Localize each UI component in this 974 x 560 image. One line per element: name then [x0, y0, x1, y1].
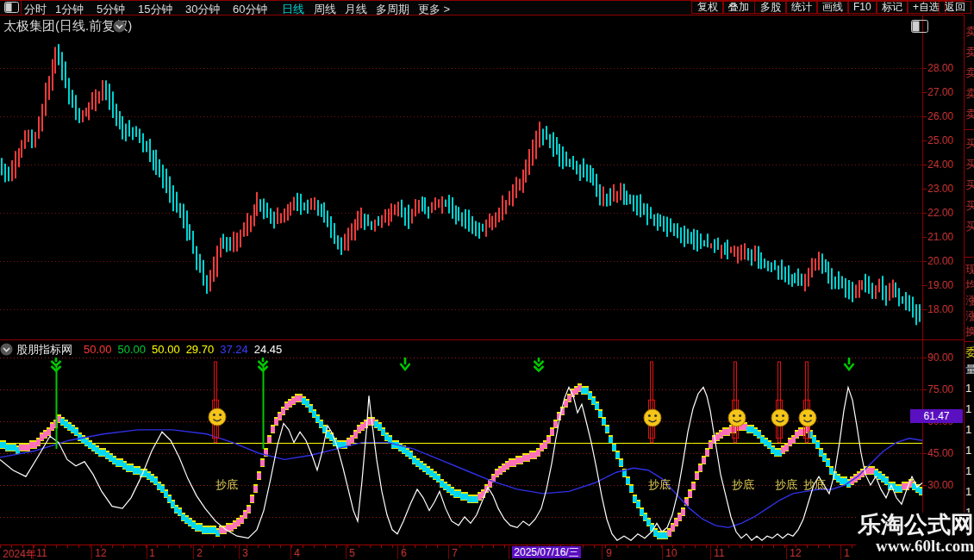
green-down-arrow-icon	[532, 357, 546, 373]
green-down-arrow-icon	[398, 357, 412, 373]
quote-strip-item: 买	[965, 157, 974, 172]
buy-signal-label: 抄底	[775, 477, 797, 493]
month-divider	[91, 545, 92, 559]
main-axis-tick	[922, 285, 927, 286]
quote-strip-item: 涨	[965, 293, 974, 308]
month-label: 9	[606, 547, 612, 559]
month-divider	[147, 545, 147, 559]
green-down-arrow-icon	[842, 357, 856, 373]
quote-strip-item: 1	[965, 464, 971, 477]
indicator-axis-tick	[922, 485, 927, 486]
panel-toggle-icon[interactable]	[911, 20, 928, 33]
quote-strip-item: 卖	[965, 24, 974, 40]
indicator-name[interactable]: 股朋指标网	[16, 343, 72, 356]
main-axis-tick	[922, 189, 927, 190]
quote-strip-item: 卖	[965, 65, 974, 81]
quote-strip-item: 1	[965, 402, 971, 415]
toolbar-button-2[interactable]: 叠加	[722, 1, 755, 14]
time-axis: 2024年 1112123456791011121 2025/07/16/三	[0, 544, 974, 560]
main-axis-label: 23.00	[927, 183, 962, 195]
month-label: 6	[401, 547, 407, 559]
toolbar-button-9[interactable]: 返回	[939, 1, 971, 14]
top-toolbar: 分时1分钟5分钟15分钟30分钟60分钟日线周线月线多周期更多 > 复权叠加多股…	[0, 1, 974, 15]
month-label: 1	[149, 547, 155, 559]
toolbar-button-5[interactable]: 画线	[816, 1, 849, 14]
month-divider	[840, 545, 841, 559]
main-chart-canvas[interactable]	[0, 16, 922, 340]
main-axis-label: 27.00	[927, 86, 962, 98]
main-axis-label: 22.00	[927, 207, 962, 219]
quote-strip-item: 换	[965, 324, 974, 339]
month-divider	[786, 545, 787, 559]
period-tab-5[interactable]: 30分钟	[185, 2, 220, 17]
month-divider	[346, 545, 347, 559]
month-label: 10	[665, 547, 677, 559]
main-axis-tick	[922, 68, 927, 69]
quote-strip-item: 涨	[965, 308, 974, 324]
main-axis-label: 25.00	[927, 134, 962, 146]
period-tab-7[interactable]: 日线	[282, 2, 304, 17]
quote-strip-item: 买	[965, 136, 974, 152]
month-label: 5	[349, 547, 355, 559]
period-tab-10[interactable]: 多周期	[376, 2, 409, 17]
period-tab-1[interactable]: 分时	[24, 2, 47, 17]
split-pane-icon[interactable]	[4, 2, 19, 13]
main-axis-label: 28.00	[927, 62, 962, 74]
toolbar-button-7[interactable]: 标记	[876, 1, 908, 14]
month-label: 3	[242, 547, 248, 559]
indicator-param-抄底: 50.00	[84, 343, 112, 356]
period-tab-6[interactable]: 60分钟	[233, 2, 267, 17]
chevron-down-circle-icon[interactable]	[0, 343, 13, 356]
quote-strip-item: 买	[965, 198, 974, 214]
period-tab-8[interactable]: 周线	[314, 2, 336, 17]
time-axis-minor-ticks	[0, 545, 922, 548]
period-tab-9[interactable]: 月线	[345, 2, 367, 17]
main-axis-label: 26.00	[927, 110, 962, 122]
main-axis-tick	[922, 213, 927, 214]
indicator-axis-label: 75.00	[927, 383, 962, 395]
quote-strip-item: 均	[965, 277, 974, 293]
month-label: 11	[36, 547, 47, 559]
month-divider	[239, 545, 240, 559]
quote-strip-item: 1	[965, 485, 971, 498]
toolbar-button-1[interactable]: 复权	[691, 1, 724, 14]
period-tab-3[interactable]: 5分钟	[97, 2, 125, 17]
quote-strip-item: 量	[965, 362, 974, 377]
period-tab-2[interactable]: 1分钟	[55, 2, 84, 17]
month-label: 12	[790, 547, 801, 559]
main-axis-label: 21.00	[927, 231, 962, 243]
indicator-axis-label: 30.00	[927, 479, 962, 491]
month-label: 11	[714, 547, 724, 559]
watermark: 乐淘公式网 www.60lt.com	[856, 513, 974, 560]
smiley-face-icon	[727, 408, 747, 428]
toolbar-button-6[interactable]: F10	[847, 1, 877, 14]
month-divider	[448, 545, 449, 559]
indicator-header: 股朋指标网50.0050.0050.0029.7037.2424.45	[0, 342, 921, 357]
indicator-axis-tick	[922, 389, 927, 390]
month-divider	[290, 545, 291, 559]
quote-strip-item: 1	[965, 423, 971, 436]
main-axis-label: 24.00	[927, 159, 962, 171]
indicator-param-战略线: 37.24	[220, 343, 248, 356]
period-tab-11[interactable]: 更多 >	[418, 2, 450, 17]
buy-signal-label: 抄底	[732, 477, 754, 493]
toolbar-button-4[interactable]: 统计	[785, 1, 818, 14]
quote-strip-item: 卖	[965, 107, 974, 122]
month-label: 2	[197, 547, 203, 559]
green-down-arrow-icon	[256, 357, 270, 373]
quote-strip-item: 买	[965, 219, 974, 234]
month-divider	[33, 545, 34, 559]
main-axis-tick	[922, 237, 927, 238]
strip-divider	[965, 341, 974, 342]
indicator-chart-canvas[interactable]	[0, 341, 922, 544]
toolbar-divider	[21, 1, 22, 15]
month-label: 1	[844, 547, 850, 559]
month-divider	[397, 545, 398, 559]
period-tab-4[interactable]: 15分钟	[138, 2, 172, 17]
month-label: 12	[95, 547, 106, 559]
toolbar-button-3[interactable]: 多股	[754, 1, 787, 14]
chevron-down-circle-icon[interactable]	[113, 20, 126, 33]
strip-divider	[965, 257, 974, 258]
app-window: 分时1分钟5分钟15分钟30分钟60分钟日线周线月线多周期更多 > 复权叠加多股…	[0, 0, 974, 560]
main-axis-tick	[922, 309, 927, 310]
